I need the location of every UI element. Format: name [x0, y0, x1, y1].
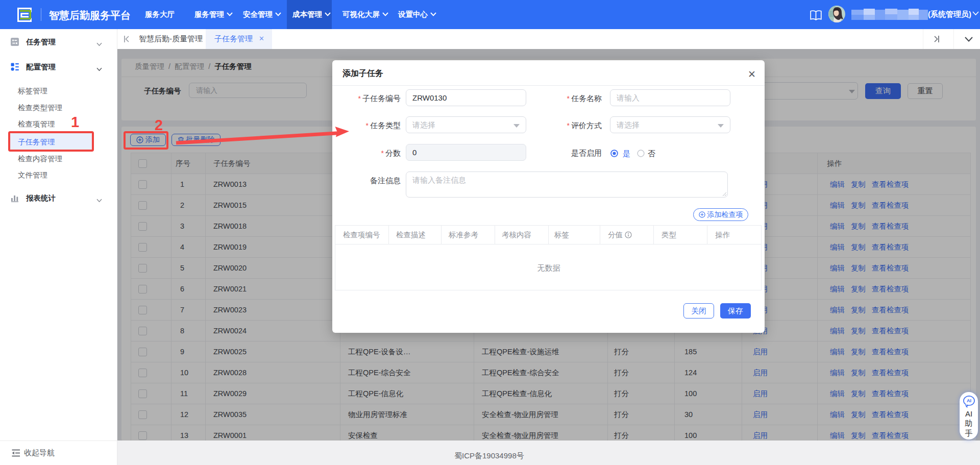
svg-text:AI: AI	[967, 398, 971, 403]
